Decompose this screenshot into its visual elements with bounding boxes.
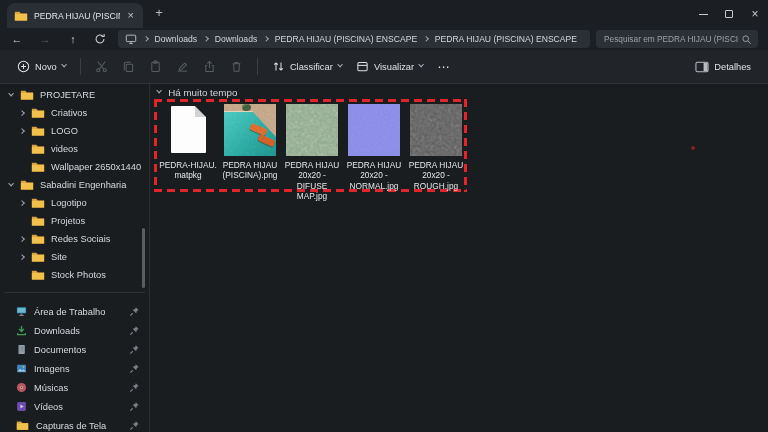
- sidebar-item-desktop[interactable]: Área de Trabalho: [0, 302, 149, 321]
- search-input[interactable]: [602, 33, 741, 45]
- sidebar-item-documents[interactable]: Documentos: [0, 340, 149, 359]
- sidebar-item-label: Logotipo: [51, 198, 87, 208]
- sidebar-item-criativos[interactable]: Criativos: [0, 104, 149, 122]
- copy-button[interactable]: [115, 54, 142, 80]
- search-box[interactable]: [596, 30, 758, 48]
- forward-button[interactable]: →: [36, 30, 54, 48]
- folder-icon: [31, 197, 45, 209]
- file-item-matpkg[interactable]: PEDRA-HIJAU.matpkg: [162, 104, 214, 202]
- up-button[interactable]: ↑: [64, 30, 82, 48]
- new-button[interactable]: Novo: [10, 54, 73, 80]
- chevron-down-icon[interactable]: [8, 181, 14, 187]
- pin-icon[interactable]: [129, 325, 140, 336]
- close-icon: ×: [751, 8, 758, 20]
- breadcrumb-separator-icon: [203, 36, 208, 41]
- sidebar-item-site[interactable]: Site: [0, 248, 149, 266]
- view-button-label: Visualizar: [374, 62, 414, 72]
- sidebar-item-screenshots[interactable]: Capturas de Tela: [0, 416, 149, 432]
- sidebar-item-videos-folder[interactable]: videos: [0, 140, 149, 158]
- navigation-pane: PROJETARE Criativos LOGO videos Wallpape: [0, 84, 150, 432]
- back-button[interactable]: ←: [8, 30, 26, 48]
- sidebar-item-pictures[interactable]: Imagens: [0, 359, 149, 378]
- pin-icon[interactable]: [129, 382, 140, 393]
- pool-image-thumbnail: [224, 104, 276, 156]
- pin-icon[interactable]: [129, 344, 140, 355]
- file-explorer-window: PEDRA HIJAU (PISCINA) ENSC × + × ← → ↑ D…: [0, 0, 768, 432]
- group-header[interactable]: Há muito tempo: [157, 87, 237, 98]
- details-pane-button[interactable]: Detalhes: [688, 54, 758, 80]
- file-item-rough-map[interactable]: PEDRA HIJAU 20x20 - ROUGH.jpg: [410, 104, 462, 202]
- sidebar-item-logo[interactable]: LOGO: [0, 122, 149, 140]
- breadcrumb-folder-current[interactable]: PEDRA HIJAU (PISCINA) ENSCAPE: [435, 34, 577, 44]
- close-button[interactable]: ×: [742, 0, 768, 28]
- rename-button[interactable]: [169, 54, 196, 80]
- file-item-piscina-png[interactable]: PEDRA HIJAU (PISCINA).png: [224, 104, 276, 202]
- sidebar-divider: [4, 292, 145, 293]
- minimize-button[interactable]: [690, 0, 716, 28]
- refresh-button[interactable]: [91, 30, 109, 48]
- cut-button[interactable]: [88, 54, 115, 80]
- details-pane-icon: [695, 61, 709, 73]
- address-bar[interactable]: Downloads Downloads PEDRA HIJAU (PISCINA…: [118, 30, 590, 48]
- breadcrumb-separator-icon: [423, 36, 428, 41]
- explorer-tab[interactable]: PEDRA HIJAU (PISCINA) ENSC ×: [7, 3, 143, 28]
- sidebar-item-stock-photos[interactable]: Stock Photos: [0, 266, 149, 284]
- chevron-right-icon[interactable]: [19, 236, 25, 242]
- folder-icon: [16, 420, 29, 431]
- music-icon: [16, 382, 27, 393]
- sort-button[interactable]: Classificar: [265, 54, 349, 80]
- chevron-down-icon: [337, 62, 343, 68]
- navigation-bar: ← → ↑ Downloads Downloads PEDRA HIJAU (P…: [0, 28, 768, 50]
- view-button[interactable]: Visualizar: [349, 54, 430, 80]
- sidebar-item-music[interactable]: Músicas: [0, 378, 149, 397]
- more-options-button[interactable]: ⋯: [430, 54, 457, 80]
- plus-circle-icon: [17, 60, 30, 73]
- breadcrumb-downloads-1[interactable]: Downloads: [155, 34, 198, 44]
- chevron-right-icon[interactable]: [19, 110, 25, 116]
- sidebar-item-downloads[interactable]: Downloads: [0, 321, 149, 340]
- pin-icon[interactable]: [129, 306, 140, 317]
- sidebar-item-wallpaper[interactable]: Wallpaper 2650x1440: [0, 158, 149, 176]
- tab-close-icon[interactable]: ×: [126, 10, 136, 21]
- file-item-normal-map[interactable]: PEDRA HIJAU 20x20 - NORMAL.jpg: [348, 104, 400, 202]
- paste-icon: [149, 60, 162, 73]
- new-button-label: Novo: [35, 62, 57, 72]
- ellipsis-icon: ⋯: [437, 60, 450, 74]
- texture-noise: [286, 104, 338, 156]
- chevron-right-icon[interactable]: [19, 128, 25, 134]
- chevron-down-icon: [418, 62, 424, 68]
- pin-icon[interactable]: [129, 363, 140, 374]
- chevron-right-icon[interactable]: [19, 254, 25, 260]
- sidebar-item-sabadini[interactable]: Sabadini Engenharia: [0, 176, 149, 194]
- sidebar-item-projetare[interactable]: PROJETARE: [0, 86, 149, 104]
- sort-button-label: Classificar: [290, 62, 333, 72]
- sidebar-scrollbar[interactable]: [142, 228, 145, 288]
- delete-button[interactable]: [223, 54, 250, 80]
- maximize-button[interactable]: [716, 0, 742, 28]
- copy-icon: [122, 60, 135, 73]
- sidebar-item-videos[interactable]: Vídeos: [0, 397, 149, 416]
- rough-map-thumbnail: [410, 104, 462, 156]
- breadcrumb-folder-parent[interactable]: PEDRA HIJAU (PISCINA) ENSCAPE: [275, 34, 417, 44]
- sidebar-item-label: Imagens: [34, 364, 122, 374]
- computer-icon[interactable]: [125, 33, 137, 45]
- sidebar-item-label: Vídeos: [34, 402, 122, 412]
- sidebar-item-projetos[interactable]: Projetos: [0, 212, 149, 230]
- sidebar-item-label: Site: [51, 252, 67, 262]
- chevron-right-icon[interactable]: [19, 200, 25, 206]
- pin-icon[interactable]: [129, 401, 140, 412]
- folder-icon: [31, 161, 45, 173]
- chevron-down-icon[interactable]: [8, 91, 14, 97]
- sidebar-item-label: Documentos: [34, 345, 122, 355]
- sidebar-item-redes-sociais[interactable]: Redes Sociais: [0, 230, 149, 248]
- share-button[interactable]: [196, 54, 223, 80]
- paste-button[interactable]: [142, 54, 169, 80]
- file-item-difuse-map[interactable]: PEDRA HIJAU 20x20 - DIFUSE MAP.jpg: [286, 104, 338, 202]
- pin-icon[interactable]: [129, 420, 140, 431]
- breadcrumb-downloads-2[interactable]: Downloads: [215, 34, 258, 44]
- sidebar-item-logotipo[interactable]: Logotipo: [0, 194, 149, 212]
- sidebar-item-label: videos: [51, 144, 78, 154]
- documents-icon: [16, 344, 27, 355]
- new-tab-button[interactable]: +: [150, 5, 168, 20]
- refresh-icon: [94, 33, 106, 45]
